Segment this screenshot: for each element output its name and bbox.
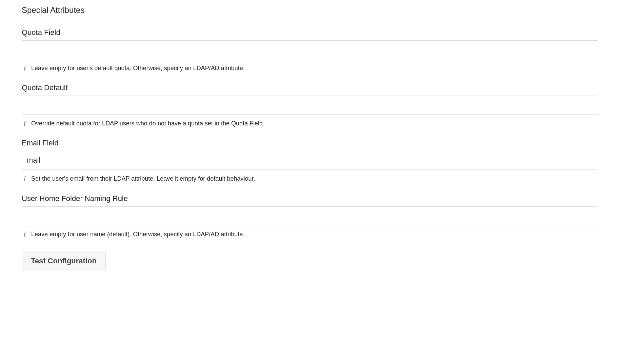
section-header: Special Attributes bbox=[0, 0, 620, 20]
email-field-hint-row: i Set the user's email from their LDAP a… bbox=[22, 175, 598, 183]
quota-field-hint-row: i Leave empty for user's default quota. … bbox=[22, 64, 598, 73]
quota-field-hint: Leave empty for user's default quota. Ot… bbox=[31, 64, 245, 73]
test-configuration-button[interactable]: Test Configuration bbox=[22, 251, 106, 271]
section-title: Special Attributes bbox=[22, 5, 598, 15]
info-icon: i bbox=[22, 120, 28, 127]
home-folder-rule-hint: Leave empty for user name (default). Oth… bbox=[31, 230, 244, 239]
quota-default-label: Quota Default bbox=[22, 83, 598, 92]
home-folder-rule-label: User Home Folder Naming Rule bbox=[22, 194, 598, 203]
email-field-hint: Set the user's email from their LDAP att… bbox=[31, 175, 255, 183]
email-field-label: Email Field bbox=[22, 139, 598, 147]
info-icon: i bbox=[22, 230, 28, 238]
email-field-input[interactable] bbox=[22, 151, 598, 170]
home-folder-rule-group: User Home Folder Naming Rule i Leave emp… bbox=[22, 194, 598, 239]
info-icon: i bbox=[22, 64, 28, 72]
quota-field-input[interactable] bbox=[22, 40, 598, 59]
quota-default-hint: Override default quota for LDAP users wh… bbox=[31, 119, 264, 128]
home-folder-rule-hint-row: i Leave empty for user name (default). O… bbox=[22, 230, 598, 239]
quota-default-input[interactable] bbox=[22, 96, 598, 115]
quota-field-label: Quota Field bbox=[22, 28, 598, 37]
quota-field-group: Quota Field i Leave empty for user's def… bbox=[22, 28, 598, 73]
info-icon: i bbox=[22, 175, 28, 183]
home-folder-rule-input[interactable] bbox=[22, 206, 598, 225]
email-field-group: Email Field i Set the user's email from … bbox=[22, 139, 598, 183]
button-row: Test Configuration bbox=[22, 251, 598, 271]
quota-default-group: Quota Default i Override default quota f… bbox=[22, 83, 598, 128]
quota-default-hint-row: i Override default quota for LDAP users … bbox=[22, 119, 598, 128]
